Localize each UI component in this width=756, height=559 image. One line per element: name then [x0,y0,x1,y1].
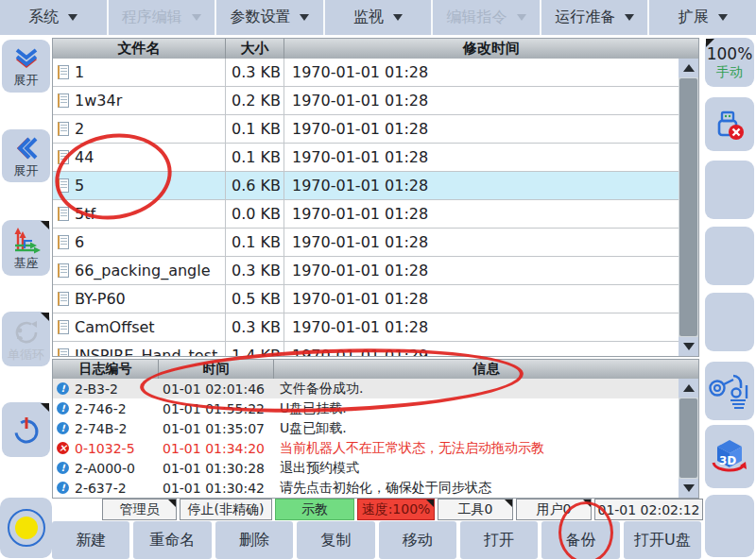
file-row[interactable]: 6 0.1 KB 1970-01-01 01:28 [53,229,679,257]
scroll-down-button[interactable] [679,337,698,356]
speed-box[interactable]: 速度:100% [357,499,435,520]
side-blank-button-2[interactable] [705,227,754,285]
log-message: 当前机器人不在正常状态，无法启动拖动示教 [274,438,679,458]
file-row[interactable]: 1w34r 0.2 KB 1970-01-01 01:28 [53,87,679,115]
expand-left-button[interactable]: 展开 [2,129,50,182]
file-name: 1w34r [75,92,122,110]
file-time: 1970-01-01 01:28 [284,59,679,86]
file-name: 5tf [75,205,95,223]
run-status-button[interactable] [0,498,52,558]
arrow-up-icon [683,64,695,72]
file-time: 1970-01-01 01:28 [284,87,679,114]
backup-button[interactable]: 备份 [541,521,619,559]
scroll-down-button[interactable] [679,479,698,498]
file-row-selected[interactable]: 5 0.6 KB 1970-01-01 01:28 [53,172,679,200]
file-row[interactable]: 44 0.1 KB 1970-01-01 01:28 [53,144,679,172]
scroll-up-button[interactable] [679,59,698,77]
new-button-label: 新建 [76,531,106,551]
file-row[interactable]: 66_packing_angle 0.3 KB 1970-01-01 01:28 [53,257,679,285]
open-usb-button-label: 打开U盘 [634,531,691,551]
log-time: 01-01 01:30:42 [159,478,274,498]
file-size: 0.1 KB [226,144,284,171]
file-row[interactable]: 2 0.1 KB 1970-01-01 01:28 [53,115,679,144]
file-size: 0.2 KB [226,87,284,114]
menu-run-prepare[interactable]: 运行准备 [541,0,650,35]
arrow-down-icon [683,343,695,350]
file-time: 1970-01-01 01:28 [284,285,679,313]
file-name: CamOffset [75,318,155,336]
log-row-error[interactable]: 0-1032-5 01-01 01:34:20 当前机器人不在正常状态，无法启动… [53,438,679,458]
file-size: 0.0 KB [226,200,284,228]
file-icon [58,122,69,136]
file-row[interactable]: 1 0.3 KB 1970-01-01 01:28 [53,59,679,87]
side-blank-button-4[interactable] [705,495,754,557]
power-icon [10,414,43,446]
log-table-body: 2-B3-2 01-01 02:01:46 文件备份成功. 2-746-2 01… [53,379,698,498]
file-icon [58,207,69,221]
log-message: U盘已卸载. [274,418,679,438]
clock-value: 01-01 02:02:12 [597,502,699,517]
file-row[interactable]: 5tf 0.0 KB 1970-01-01 01:28 [53,200,679,229]
teach-mode-label: 示教 [301,501,328,518]
copy-button[interactable]: 复制 [297,521,374,559]
chevron-down-icon [300,14,309,21]
menu-parameter-settings[interactable]: 参数设置 [216,0,325,35]
user-frame-box[interactable]: 用户0 [516,499,592,520]
file-icon [58,320,69,334]
info-icon [57,402,69,415]
file-scrollbar[interactable] [679,59,698,356]
file-row[interactable]: BY-P60 0.5 KB 1970-01-01 01:28 [53,285,679,313]
new-button[interactable]: 新建 [52,521,129,559]
menu-system[interactable]: 系统 [0,0,109,35]
open-button[interactable]: 打开 [460,521,538,559]
usb-disconnected-icon [713,108,747,142]
scrollbar-thumb[interactable] [679,78,697,336]
log-table: 日志编号 时间 信息 2-B3-2 01-01 02:01:46 文件备份成功.… [52,359,699,499]
usb-eject-button[interactable] [705,97,754,151]
scroll-up-button[interactable] [679,379,698,398]
file-row[interactable]: INSPIRE_Hand_test 1.4 KB 1970-01-01 01:2… [53,342,679,357]
file-row[interactable]: CamOffset 0.3 KB 1970-01-01 01:28 [53,313,679,342]
power-button[interactable] [2,402,50,457]
expand-down-button[interactable]: 展开 [2,40,50,93]
backup-button-label: 备份 [565,531,595,551]
log-row[interactable]: 2-A000-0 01-01 01:30:28 退出预约模式 [53,458,679,478]
menu-extend[interactable]: 扩展 [649,0,756,35]
side-blank-button-3[interactable] [705,293,754,351]
status-ring-icon [8,509,45,547]
log-row[interactable]: 2-74B-2 01-01 01:35:07 U盘已卸载. [53,418,679,438]
file-time: 1970-01-01 01:28 [284,257,679,284]
user-role-box[interactable]: 管理员 [102,499,177,520]
open-usb-button[interactable]: 打开U盘 [624,521,701,559]
chevron-down-icon [517,14,526,21]
menu-monitor[interactable]: 监视 [325,0,434,35]
scrollbar-thumb[interactable] [679,398,697,478]
side-blank-button-1[interactable] [705,161,754,219]
drag-teach-button[interactable] [705,362,754,420]
tool-frame-box[interactable]: 工具0 [438,499,513,520]
file-time: 1970-01-01 01:28 [284,115,679,143]
speed-mode-button[interactable]: 100% 手动 [705,38,754,87]
run-state-box[interactable]: 停止(非精确) [180,499,272,520]
view-3d-button[interactable]: 3D [705,425,754,488]
log-row[interactable]: 2-637-2 01-01 01:30:42 请先点击初始化，确保处于同步状态 [53,478,679,498]
clock-box: 01-01 02:02:12 [594,499,703,520]
log-row[interactable]: 2-746-2 01-01 01:55:22 U盘已挂载. [53,398,679,418]
base-frame-button[interactable]: 基座 [2,220,50,276]
log-row-selected[interactable]: 2-B3-2 01-01 02:01:46 文件备份成功. [53,379,679,398]
speed-label: 速度:100% [362,501,431,518]
move-button[interactable]: 移动 [379,521,456,559]
teach-mode-box[interactable]: 示教 [275,499,354,520]
single-cycle-icon [11,318,42,347]
double-chevron-left-icon [13,136,40,162]
delete-button[interactable]: 删除 [215,521,293,559]
user-role-label: 管理员 [120,501,160,518]
menu-parameter-settings-label: 参数设置 [230,8,290,27]
log-scrollbar[interactable] [679,379,698,498]
rename-button[interactable]: 重命名 [133,521,211,559]
run-state-label: 停止(非精确) [188,501,265,518]
log-table-header: 日志编号 时间 信息 [53,360,698,379]
menu-edit-command-label: 编辑指令 [447,8,507,27]
chevron-down-icon [393,14,403,21]
menu-edit-command: 编辑指令 [433,0,541,35]
